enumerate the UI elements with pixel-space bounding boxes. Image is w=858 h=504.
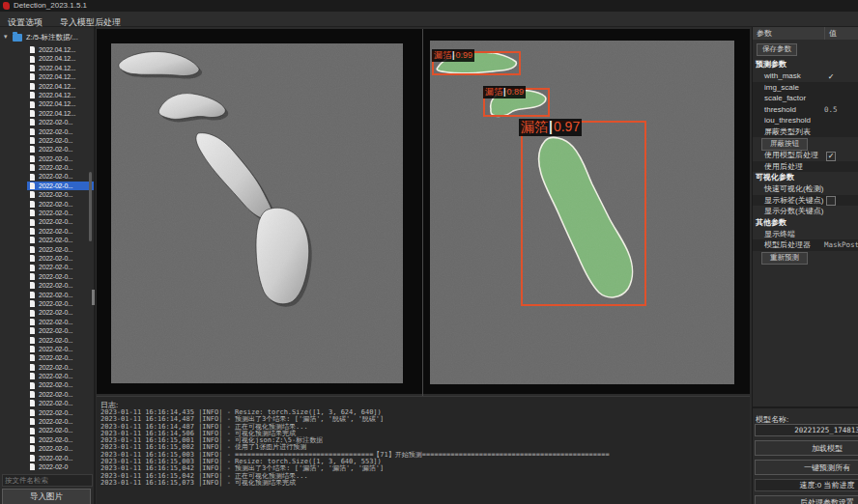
file-tree-item[interactable]: 2022-02-0... — [27, 245, 94, 254]
file-tree-item[interactable]: 2022.04.12... — [27, 99, 94, 108]
file-tree-item[interactable]: 2022.04.12... — [27, 64, 94, 72]
predict-all-button[interactable]: 一键预测所有 — [755, 460, 858, 475]
chevron-down-icon[interactable]: ▾ — [4, 33, 8, 41]
file-tree-item[interactable]: 2022.04.12... — [27, 109, 94, 118]
param-row-use-model-post[interactable]: 使用模型后处理 ✓ — [753, 150, 858, 161]
document-icon — [30, 255, 35, 262]
file-tree-item[interactable]: 2022-02-0... — [27, 291, 94, 299]
file-tree-item[interactable]: 2022-02-0... — [27, 145, 94, 154]
file-tree-item[interactable]: 2022-02-0... — [27, 209, 94, 217]
param-label: 显示标签(关键点) — [764, 196, 823, 205]
checkbox-checked[interactable]: ✓ — [826, 152, 836, 161]
param-row-model-post-processor[interactable]: 模型后处理器 MaskPostPro — [753, 239, 858, 251]
source-image[interactable] — [111, 43, 403, 383]
log-lines[interactable]: 2023-01-11 16:16:14,435 |INFO| - Resize:… — [100, 409, 746, 502]
file-tree-item[interactable]: 2022-02-0... — [27, 318, 94, 326]
param-row-show-score[interactable]: 显示分数(关键点) — [753, 206, 858, 217]
import-images-button[interactable]: 导入图片 — [2, 489, 91, 504]
file-tree-item[interactable]: 2022-02-0... — [27, 272, 94, 281]
document-icon — [30, 201, 35, 208]
file-tree-item[interactable]: 2022-02-0... — [27, 408, 94, 417]
file-tree-item[interactable]: 2022.04.12... — [27, 54, 94, 63]
param-row-img-scale[interactable]: img_scale — [753, 82, 858, 94]
file-tree-item[interactable]: 2022-02-0... — [27, 182, 94, 190]
file-tree-item[interactable]: 2022-02-0... — [27, 417, 94, 426]
file-tree-item[interactable]: 2022.04.12... — [27, 91, 94, 99]
tree-root-node[interactable]: ▾ Z:/5-标注数据/... — [0, 33, 94, 43]
file-tree-item[interactable]: 2022-02-0... — [27, 217, 94, 226]
file-tree-item[interactable]: 2022-02-0... — [27, 399, 94, 407]
file-tree-item[interactable]: 2022-02-0... — [27, 118, 94, 126]
file-name: 2022-02-0... — [39, 291, 72, 299]
load-model-button[interactable]: 加载模型 — [755, 440, 858, 456]
file-tree-item[interactable]: 2022-02-0... — [27, 200, 94, 209]
file-tree-item[interactable]: 2022-02-0... — [27, 444, 94, 453]
file-tree-item[interactable]: 2022-02-0... — [27, 435, 94, 444]
file-tree-item[interactable]: 2022-02-0... — [27, 163, 94, 172]
file-tree-item[interactable]: 2022-02-0... — [27, 426, 94, 434]
file-tree-item[interactable]: 2022-02-0... — [27, 136, 94, 145]
file-tree-item[interactable]: 2022-02-0... — [27, 127, 94, 136]
file-tree-item[interactable]: 2022-02-0... — [27, 299, 94, 308]
tree-scrollbar-thumb[interactable] — [89, 172, 92, 241]
search-input[interactable] — [2, 474, 93, 487]
param-row-threshold[interactable]: threshold 0.5 — [753, 104, 858, 116]
file-tree-item[interactable]: 2022-02-0... — [27, 390, 94, 399]
param-row-show-terminal[interactable]: 显示终端 — [753, 229, 858, 240]
file-tree-item[interactable]: 2022-02-0... — [27, 281, 94, 290]
file-tree-item[interactable]: 2022-02-0... — [27, 345, 94, 353]
file-name: 2022.04.12... — [39, 109, 75, 118]
param-label: scale_factor — [764, 94, 806, 102]
file-tree-item[interactable]: 2022-02-0... — [27, 254, 94, 263]
param-value[interactable]: MaskPostPro — [824, 239, 858, 251]
param-row-mask-type-list[interactable]: 屏蔽类型列表 — [753, 126, 858, 138]
splitter-handle[interactable] — [92, 290, 95, 305]
document-icon — [30, 237, 35, 243]
file-tree-item[interactable]: 2022-02-0... — [27, 363, 94, 372]
file-tree-item[interactable]: 2022-02-0... — [27, 326, 94, 335]
param-row-scale-factor[interactable]: scale_factor — [753, 93, 858, 104]
post-process-params-button[interactable]: 后处理参数设置 — [755, 495, 858, 504]
detection-label-1: 漏箔|0.99 — [432, 49, 474, 62]
params-header: 参数 值 — [753, 27, 858, 40]
file-tree-item[interactable]: 2022.04.12... — [27, 82, 94, 91]
param-row-iou-threshold[interactable]: iou_threshold — [753, 115, 858, 126]
file-tree-item[interactable]: 2022-02-0... — [27, 236, 94, 244]
file-tree-item[interactable]: 2022-02-0... — [27, 154, 94, 163]
file-tree-item[interactable]: 2022-02-0... — [27, 454, 94, 462]
model-name-field[interactable]: 20221225_174813 — [755, 424, 858, 436]
repredict-button[interactable]: 重新预测 — [761, 252, 808, 265]
file-tree-item[interactable]: 2022-02-0... — [27, 227, 94, 236]
panel-divider[interactable] — [422, 29, 423, 398]
param-row-show-label[interactable]: 显示标签(关键点) — [753, 195, 858, 207]
checked-icon[interactable]: ✓ — [826, 72, 836, 82]
param-row-with-mask[interactable]: with_mask ✓ — [753, 70, 858, 82]
file-tree-item[interactable]: 2022-02-0... — [27, 380, 94, 389]
file-tree-item[interactable]: 2022.04.12... — [27, 72, 94, 81]
file-name: 2022-02-0... — [39, 245, 72, 254]
confidence-score: 0.99 — [456, 50, 473, 60]
file-tree-item[interactable]: 2022-02-0... — [27, 263, 94, 271]
file-tree-item[interactable]: 2022-02-0... — [27, 172, 94, 181]
param-row-use-post[interactable]: 使用后处理 — [753, 161, 858, 173]
file-tree-item[interactable]: 2022-02-0... — [27, 336, 94, 345]
document-icon — [30, 146, 35, 153]
document-icon — [30, 354, 35, 361]
image-viewer: 漏箔|0.99 漏箔|0.89 漏箔|0.97 — [97, 29, 750, 394]
file-name: 2022-02-0... — [39, 326, 72, 335]
file-tree-item[interactable]: 2022-02-0... — [27, 353, 94, 362]
param-row-quick-visual[interactable]: 快速可视化(检测) — [753, 183, 858, 195]
file-tree-item[interactable]: 2022-02-0... — [27, 190, 94, 199]
file-tree-item[interactable]: 2022-02-0... — [27, 308, 94, 317]
save-params-button[interactable]: 保存参数 — [757, 43, 797, 56]
param-value[interactable]: 0.5 — [824, 104, 838, 116]
prediction-image[interactable]: 漏箔|0.99 漏箔|0.89 漏箔|0.97 — [430, 41, 734, 384]
file-tree-item[interactable]: 2022.04.12... — [27, 45, 94, 54]
class-name: 漏箔 — [434, 50, 451, 60]
file-name: 2022.04.12... — [39, 82, 75, 91]
checkbox-unchecked[interactable] — [826, 196, 836, 206]
file-tree-item[interactable]: 2022-02-0 — [27, 462, 94, 471]
file-tree-item[interactable]: 2022-02-0... — [27, 372, 94, 380]
file-name: 2022-02-0... — [39, 281, 72, 290]
document-icon — [30, 110, 35, 117]
